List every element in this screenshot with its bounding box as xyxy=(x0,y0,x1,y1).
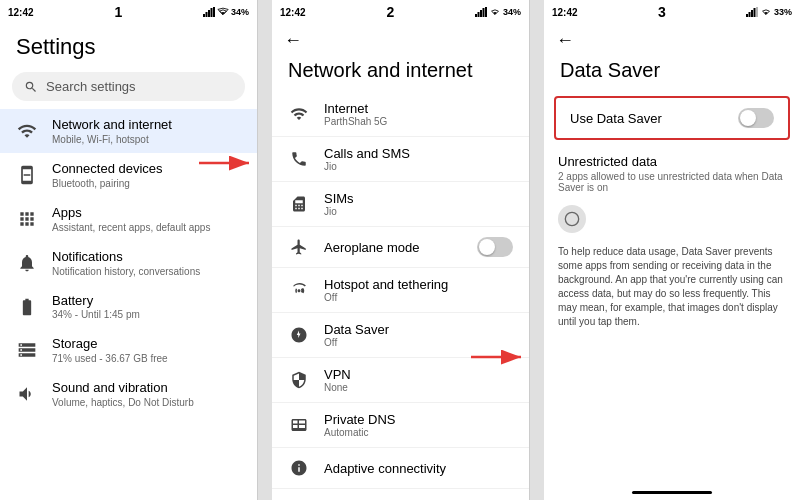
datasaver-description: To help reduce data usage, Data Saver pr… xyxy=(544,241,800,333)
svg-rect-4 xyxy=(213,7,215,17)
network-item-vpn[interactable]: VPN None xyxy=(272,358,529,403)
sim-icon xyxy=(288,193,310,215)
battery-3: 33% xyxy=(774,7,792,17)
dns-icon xyxy=(288,414,310,436)
status-icons-1: 34% xyxy=(203,7,249,17)
vpn-icon xyxy=(288,369,310,391)
network-item-sims[interactable]: SIMs Jio xyxy=(272,182,529,227)
time-1: 12:42 xyxy=(8,7,34,18)
network-item-calls[interactable]: Calls and SMS Jio xyxy=(272,137,529,182)
calls-icon xyxy=(288,148,310,170)
storage-icon xyxy=(16,339,38,361)
status-bar-1: 12:42 1 34% xyxy=(0,0,257,22)
settings-item-network[interactable]: Network and internet Mobile, Wi-Fi, hots… xyxy=(0,109,257,153)
apps-text: Apps Assistant, recent apps, default app… xyxy=(52,205,241,233)
datasaver-header: ← xyxy=(544,22,800,55)
settings-item-battery[interactable]: Battery 34% - Until 1:45 pm xyxy=(0,285,257,329)
settings-item-apps[interactable]: Apps Assistant, recent apps, default app… xyxy=(0,197,257,241)
settings-item-sound[interactable]: Sound and vibration Volume, haptics, Do … xyxy=(0,372,257,416)
aeroplane-title: Aeroplane mode xyxy=(324,240,463,255)
datasaver-toggle[interactable] xyxy=(738,108,774,128)
svg-rect-15 xyxy=(753,8,755,17)
aeroplane-toggle[interactable] xyxy=(477,237,513,257)
network-item-datasaver[interactable]: Data Saver Off xyxy=(272,313,529,358)
svg-rect-2 xyxy=(208,10,210,17)
network-item-hotspot[interactable]: Hotspot and tethering Off xyxy=(272,268,529,313)
use-datasaver-row[interactable]: Use Data Saver xyxy=(554,96,790,140)
battery-2: 34% xyxy=(503,7,521,17)
storage-text: Storage 71% used - 36.67 GB free xyxy=(52,336,241,364)
network-item-adaptive[interactable]: Adaptive connectivity xyxy=(272,448,529,489)
network-list: Internet ParthShah 5G Calls and SMS Jio xyxy=(272,92,529,500)
datasaver-panel-title: Data Saver xyxy=(544,55,800,92)
time-2: 12:42 xyxy=(280,7,306,18)
vpn-subtitle: None xyxy=(324,382,513,393)
sims-title: SIMs xyxy=(324,191,513,206)
network-panel-title: Network and internet xyxy=(272,55,529,92)
wifi-icon-2 xyxy=(489,7,501,17)
svg-rect-8 xyxy=(480,10,482,17)
internet-subtitle: ParthShah 5G xyxy=(324,116,513,127)
status-bar-3: 12:42 3 33% xyxy=(544,0,800,22)
wifi-icon-3 xyxy=(760,7,772,17)
wifi-item-icon xyxy=(288,103,310,125)
plane-icon xyxy=(288,236,310,258)
settings-title: Settings xyxy=(0,22,257,68)
svg-rect-3 xyxy=(210,8,212,17)
calls-subtitle: Jio xyxy=(324,161,513,172)
datasaver-nav-icon xyxy=(288,324,310,346)
network-item-aeroplane[interactable]: Aeroplane mode xyxy=(272,227,529,268)
back-button-2[interactable]: ← xyxy=(284,30,302,51)
svg-rect-7 xyxy=(477,12,479,17)
connected-title: Connected devices xyxy=(52,161,241,178)
svg-rect-14 xyxy=(751,10,753,17)
apps-title: Apps xyxy=(52,205,241,222)
svg-rect-12 xyxy=(746,14,748,17)
signal-icon-3 xyxy=(746,7,758,17)
battery-title: Battery xyxy=(52,293,241,310)
settings-list: Network and internet Mobile, Wi-Fi, hots… xyxy=(0,109,257,500)
settings-item-storage[interactable]: Storage 71% used - 36.67 GB free xyxy=(0,328,257,372)
connected-subtitle: Bluetooth, pairing xyxy=(52,178,241,189)
sims-subtitle: Jio xyxy=(324,206,513,217)
search-icon xyxy=(24,80,38,94)
signal-icon xyxy=(203,7,215,17)
network-title: Network and internet xyxy=(52,117,241,134)
battery-text-1: 34% xyxy=(231,7,249,17)
svg-rect-16 xyxy=(756,7,758,17)
sound-subtitle: Volume, haptics, Do Not Disturb xyxy=(52,397,241,408)
battery-icon xyxy=(16,296,38,318)
adaptive-title: Adaptive connectivity xyxy=(324,461,513,476)
panel-network: 12:42 2 34% ← Network and intern xyxy=(272,0,530,500)
datasaver-nav-title: Data Saver xyxy=(324,322,513,337)
network-item-dns[interactable]: Private DNS Automatic xyxy=(272,403,529,448)
network-icon xyxy=(16,120,38,142)
dns-subtitle: Automatic xyxy=(324,427,513,438)
aeroplane-toggle-knob xyxy=(479,239,495,255)
svg-rect-0 xyxy=(203,14,205,17)
gap-1 xyxy=(258,0,272,500)
settings-item-notifications[interactable]: Notifications Notification history, conv… xyxy=(0,241,257,285)
sound-text: Sound and vibration Volume, haptics, Do … xyxy=(52,380,241,408)
network-header: ← xyxy=(272,22,529,55)
svg-rect-13 xyxy=(748,12,750,17)
unrestricted-icon xyxy=(558,205,586,233)
vpn-title: VPN xyxy=(324,367,513,382)
battery-subtitle: 34% - Until 1:45 pm xyxy=(52,309,241,320)
svg-rect-1 xyxy=(205,12,207,17)
storage-title: Storage xyxy=(52,336,241,353)
status-bar-2: 12:42 2 34% xyxy=(272,0,529,22)
hotspot-subtitle: Off xyxy=(324,292,513,303)
wifi-status-icon xyxy=(217,7,229,17)
datasaver-toggle-knob xyxy=(740,110,756,126)
settings-item-connected[interactable]: Connected devices Bluetooth, pairing xyxy=(0,153,257,197)
status-icons-3: 33% xyxy=(746,7,792,17)
internet-title: Internet xyxy=(324,101,513,116)
sound-title: Sound and vibration xyxy=(52,380,241,397)
network-item-internet[interactable]: Internet ParthShah 5G xyxy=(272,92,529,137)
panel-number-2: 2 xyxy=(386,4,394,20)
search-placeholder: Search settings xyxy=(46,79,136,94)
back-button-3[interactable]: ← xyxy=(556,30,574,51)
search-bar[interactable]: Search settings xyxy=(12,72,245,101)
sound-icon xyxy=(16,383,38,405)
